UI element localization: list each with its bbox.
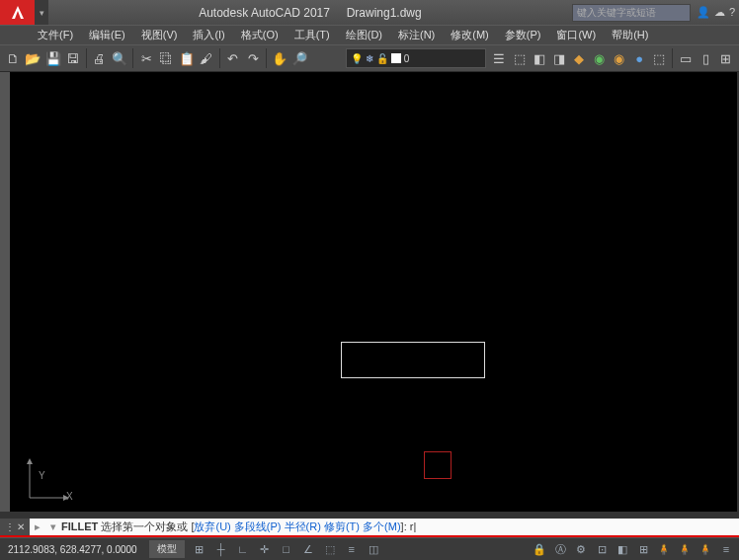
tool10-icon[interactable]: ▭ (677, 47, 695, 69)
zoom-icon[interactable]: 🔎 (290, 47, 308, 69)
copy-icon[interactable]: ⿻ (157, 47, 175, 69)
pickbox-cursor (424, 451, 452, 479)
cloud-icon[interactable]: ☁ (714, 6, 725, 19)
tool8-icon[interactable]: ● (630, 47, 648, 69)
matchprop-icon[interactable]: 🖌 (198, 47, 215, 69)
help-icon[interactable]: ? (729, 6, 735, 19)
app-logo[interactable] (0, 0, 35, 25)
tool4-icon[interactable]: ◨ (550, 47, 568, 69)
menu-draw[interactable]: 绘图(D) (338, 28, 390, 42)
model-tab[interactable]: 模型 (149, 540, 185, 558)
file-name: Drawing1.dwg (347, 6, 422, 20)
menu-window[interactable]: 窗口(W) (548, 28, 604, 42)
man-icon-3[interactable]: 🧍 (697, 540, 714, 558)
window-title: Autodesk AutoCAD 2017 Drawing1.dwg (48, 6, 572, 20)
signin-icon[interactable]: 👤 (697, 6, 710, 19)
transparency-icon[interactable]: ◫ (365, 540, 382, 558)
plot-icon[interactable]: 🖨 (91, 47, 109, 69)
separator (672, 48, 673, 68)
drawing-canvas[interactable]: Y X 命令: F FILLET 当前设置: 模式 = 修剪, 半径 = 0.0… (10, 72, 737, 512)
separator (132, 48, 133, 68)
tool9-icon[interactable]: ⬚ (650, 47, 668, 69)
polar-icon[interactable]: ✛ (256, 540, 274, 558)
coordinates[interactable]: 2112.9083, 628.4277, 0.0000 (0, 544, 145, 555)
snap-icon[interactable]: ┼ (212, 540, 230, 558)
tool12-icon[interactable]: ⊞ (717, 47, 735, 69)
layeriso-icon[interactable]: ◧ (531, 47, 548, 69)
command-input[interactable]: FILLET 选择第一个对象或 [放弃(U) 多段线(P) 半径(R) 修剪(T… (61, 520, 739, 534)
cmd-opt-undo[interactable]: 放弃(U) (194, 520, 230, 532)
tool6-icon[interactable]: ◉ (591, 47, 609, 69)
main-toolbar: 🗋 📂 💾 🖫 🖨 🔍 ✂ ⿻ 📋 🖌 ↶ ↷ ✋ 🔎 💡 ❄ 🔓 0 ☰ ⬚ … (0, 44, 739, 72)
layerstate-icon[interactable]: ⬚ (511, 47, 529, 69)
search-placeholder: 键入关键字或短语 (577, 6, 656, 20)
grid-icon[interactable]: ⊞ (191, 540, 208, 558)
menu-file[interactable]: 文件(F) (30, 28, 81, 42)
menu-tools[interactable]: 工具(T) (287, 28, 338, 42)
status-bar: 2112.9083, 628.4277, 0.0000 模型 ⊞ ┼ ∟ ✛ □… (0, 537, 739, 560)
app-menu-dropdown[interactable]: ▾ (35, 0, 48, 25)
pan-icon[interactable]: ✋ (271, 47, 288, 69)
cmd-opt-radius[interactable]: 半径(R) (285, 520, 321, 532)
lwt-icon[interactable]: ≡ (343, 540, 361, 558)
color-swatch (391, 53, 401, 63)
menu-view[interactable]: 视图(V) (133, 28, 186, 42)
ucs-y-label: Y (39, 470, 45, 481)
preview-icon[interactable]: 🔍 (111, 47, 128, 69)
isolate-icon[interactable]: ◧ (614, 540, 631, 558)
layers-icon[interactable]: ☰ (490, 47, 508, 69)
menu-bar: 文件(F) 编辑(E) 视图(V) 插入(I) 格式(O) 工具(T) 绘图(D… (0, 25, 739, 44)
menu-edit[interactable]: 编辑(E) (81, 28, 133, 42)
cmd-bracket: ]: (401, 520, 410, 532)
drawn-rectangle[interactable] (341, 342, 485, 378)
cmd-name: FILLET (61, 520, 98, 532)
new-icon[interactable]: 🗋 (4, 47, 22, 69)
help-search-input[interactable]: 键入关键字或短语 (572, 4, 691, 22)
tool7-icon[interactable]: ◉ (611, 47, 628, 69)
cmd-opt-polyline[interactable]: 多段线(P) (234, 520, 282, 532)
menu-modify[interactable]: 修改(M) (443, 28, 497, 42)
clean-icon[interactable]: ⊡ (593, 540, 611, 558)
saveas-icon[interactable]: 🖫 (64, 47, 82, 69)
cmd-close-button[interactable]: ⋮ ✕ (0, 519, 30, 535)
man-icon-1[interactable]: 🧍 (655, 540, 673, 558)
cmd-prompt: 选择第一个对象或 (101, 520, 188, 532)
left-toolbar[interactable] (0, 72, 10, 512)
hardware-icon[interactable]: ⊞ (634, 540, 652, 558)
lock-icon: 🔓 (376, 53, 388, 64)
save-icon[interactable]: 💾 (43, 47, 61, 69)
paste-icon[interactable]: 📋 (178, 47, 196, 69)
cmd-opt-multiple[interactable]: 多个(M) (363, 520, 401, 532)
menu-insert[interactable]: 插入(I) (185, 28, 232, 42)
menu-parametric[interactable]: 参数(P) (497, 28, 549, 42)
tool5-icon[interactable]: ◆ (570, 47, 588, 69)
menu-dimension[interactable]: 标注(N) (390, 28, 443, 42)
man-icon-2[interactable]: 🧍 (676, 540, 694, 558)
undo-icon[interactable]: ↶ (224, 47, 242, 69)
annotation-icon[interactable]: Ⓐ (551, 540, 569, 558)
separator (86, 48, 87, 68)
cmd-opt-trim[interactable]: 修剪(T) (324, 520, 360, 532)
redo-icon[interactable]: ↷ (244, 47, 262, 69)
ucs-icon: Y X (22, 456, 71, 506)
dyn-icon[interactable]: ⬚ (321, 540, 339, 558)
scale-icon[interactable]: 🔒 (531, 540, 548, 558)
workspace-icon[interactable]: ⚙ (572, 540, 590, 558)
menu-help[interactable]: 帮助(H) (604, 28, 656, 42)
otrack-icon[interactable]: ∠ (299, 540, 317, 558)
cmd-cursor: | (413, 520, 416, 532)
osnap-icon[interactable]: □ (278, 540, 295, 558)
tool11-icon[interactable]: ▯ (698, 47, 715, 69)
cmd-chevron-icon[interactable]: ▸ (30, 520, 45, 533)
app-name: Autodesk AutoCAD 2017 (199, 6, 330, 20)
ortho-icon[interactable]: ∟ (234, 540, 252, 558)
separator (266, 48, 267, 68)
customize-icon[interactable]: ≡ (717, 540, 735, 558)
cut-icon[interactable]: ✂ (137, 47, 155, 69)
separator (219, 48, 220, 68)
command-line[interactable]: ⋮ ✕ ▸ ▾ FILLET 选择第一个对象或 [放弃(U) 多段线(P) 半径… (0, 519, 739, 535)
open-icon[interactable]: 📂 (24, 47, 41, 69)
layer-name: 0 (404, 53, 410, 64)
layer-combo[interactable]: 💡 ❄ 🔓 0 (346, 48, 487, 68)
menu-format[interactable]: 格式(O) (233, 28, 287, 42)
